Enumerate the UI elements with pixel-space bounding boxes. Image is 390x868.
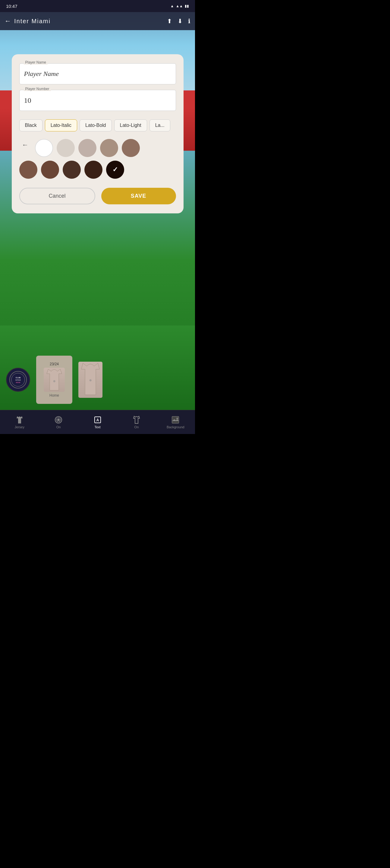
font-chip-lato-italic[interactable]: Lato-Italic [45,119,77,131]
status-time: 10:47 [6,4,18,9]
battery-icon: ▮▮ [185,4,189,8]
cancel-button[interactable]: Cancel [19,188,95,204]
nav-label-text: Text [94,425,100,429]
color-swatch-5[interactable] [122,139,140,157]
crest-nav-icon [54,415,63,424]
player-number-label: Player Number [24,87,51,91]
color-row-2 [19,161,176,179]
text-nav-icon: A [93,415,102,424]
svg-point-13 [177,417,178,419]
color-swatch-1[interactable] [35,139,53,157]
nav-label-background: Background [167,425,184,429]
font-chip-black[interactable]: Black [19,119,42,131]
header-title: Inter Miami [14,18,164,25]
nav-label-on1: On [56,425,61,429]
save-button[interactable]: SAVE [101,188,176,204]
edit-modal: Player Name Player Number Black Lato-Ita… [12,54,184,213]
download-icon[interactable]: ⬇ [178,18,183,25]
color-swatch-2[interactable] [57,139,75,157]
color-swatch-7[interactable] [41,161,59,179]
bottom-nav: Jersey On A Text On Background [0,410,195,434]
nav-item-on2[interactable]: On [117,415,156,429]
share-icon[interactable]: ⬆ [167,18,172,25]
nav-item-background[interactable]: Background [156,415,195,429]
status-bar: 10:47 ▲ ▲▲ ▮▮ [0,0,195,12]
player-name-label: Player Name [24,60,48,64]
status-icons: ▲ ▲▲ ▮▮ [170,4,189,8]
back-button[interactable]: ← [4,17,11,25]
info-icon[interactable]: ℹ [188,18,190,25]
font-chip-lato-bold[interactable]: Lato-Bold [80,119,112,131]
nav-item-text[interactable]: A Text [78,415,117,429]
color-picker: ← [19,139,176,179]
color-back-button[interactable]: ← [19,139,31,151]
svg-text:A: A [96,418,99,422]
color-row-1: ← [19,139,176,157]
jersey-small-nav-icon [132,415,141,424]
nav-label-jersey: Jersey [15,425,24,429]
modal-overlay: Player Name Player Number Black Lato-Ita… [0,30,195,410]
action-buttons: Cancel SAVE [19,188,176,204]
color-swatch-6[interactable] [19,161,37,179]
color-swatch-8[interactable] [63,161,81,179]
app-header: ← Inter Miami ⬆ ⬇ ℹ [0,12,195,30]
color-swatch-9[interactable] [84,161,102,179]
wifi-icon: ▲ [170,4,174,8]
color-swatch-4[interactable] [100,139,118,157]
player-number-input[interactable] [19,90,176,111]
font-selector: Black Lato-Italic Lato-Bold Lato-Light L… [19,116,176,134]
background-nav-icon [171,415,180,424]
player-name-input[interactable] [19,63,176,84]
font-chip-lato-other[interactable]: La... [149,119,170,131]
player-number-group: Player Number [19,90,176,111]
jersey-nav-icon [16,415,24,424]
player-name-group: Player Name [19,63,176,84]
signal-icon: ▲▲ [176,4,183,8]
color-swatch-3[interactable] [78,139,96,157]
color-swatch-10[interactable] [106,161,124,179]
header-actions: ⬆ ⬇ ℹ [167,18,190,25]
nav-item-on1[interactable]: On [39,415,78,429]
font-chip-lato-light[interactable]: Lato-Light [114,119,147,131]
nav-label-on2: On [134,425,139,429]
nav-item-jersey[interactable]: Jersey [0,415,39,429]
